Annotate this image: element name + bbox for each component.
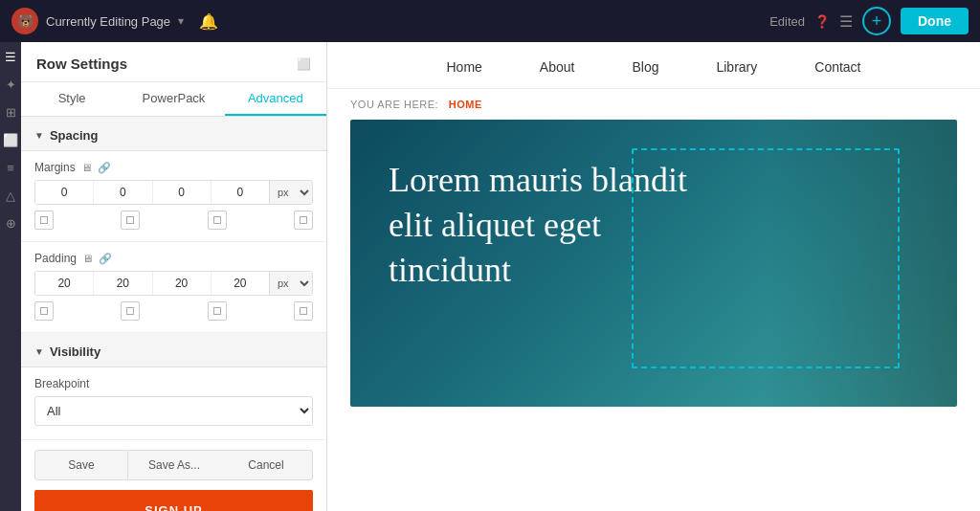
- topbar-right: Edited ❓ ☰ + Done: [769, 7, 969, 35]
- spacing-section-header: ▼ Spacing: [21, 117, 326, 151]
- sidebar-icon-triangle[interactable]: △: [6, 189, 15, 203]
- margin-right-input[interactable]: [93, 181, 151, 204]
- nav-contact[interactable]: Contact: [814, 59, 860, 75]
- edited-label: Edited: [769, 14, 805, 29]
- panel-header: Row Settings ⬜: [21, 42, 326, 82]
- padding-field-group: Padding 🖥 🔗 px % em: [21, 242, 326, 333]
- padding-top-corner[interactable]: [34, 301, 54, 321]
- margin-bottom-input[interactable]: [152, 181, 211, 204]
- sidebar-icon-square[interactable]: ⬜: [3, 133, 18, 147]
- spacing-collapse-icon[interactable]: ▼: [34, 130, 44, 141]
- logo-emoji: 🐻: [17, 13, 33, 29]
- margins-label: Margins: [34, 161, 76, 174]
- add-button[interactable]: +: [862, 7, 891, 35]
- topbar: 🐻 Currently Editing Page ▾ 🔔 Edited ❓ ☰ …: [0, 0, 980, 42]
- padding-right-input[interactable]: [93, 272, 151, 295]
- save-as-button[interactable]: Save As...: [128, 450, 220, 480]
- visibility-section-header: ▼ Visibility: [21, 333, 326, 367]
- bell-icon[interactable]: 🔔: [199, 12, 218, 31]
- topbar-title: Currently Editing Page: [46, 14, 170, 29]
- padding-left-input[interactable]: [211, 272, 269, 295]
- panel-title: Row Settings: [36, 56, 127, 72]
- margins-field-group: Margins 🖥 🔗 px % em: [21, 151, 326, 242]
- cancel-button[interactable]: Cancel: [220, 450, 313, 480]
- padding-bottom-input[interactable]: [152, 272, 211, 295]
- tab-style[interactable]: Style: [21, 82, 122, 116]
- breakpoint-label: Breakpoint: [34, 377, 313, 390]
- margin-top-corner[interactable]: [34, 211, 54, 230]
- nav-blog[interactable]: Blog: [632, 59, 658, 75]
- left-sidebar-icons: ☰ ✦ ⊞ ⬜ ≡ △ ⊕: [0, 42, 21, 511]
- margin-top-input[interactable]: [35, 181, 93, 204]
- site-navigation: Home About Blog Library Contact: [327, 42, 980, 89]
- padding-left-corner[interactable]: [294, 301, 313, 321]
- hero-section: Lorem mauris blandit elit aliquet eget t…: [350, 120, 957, 407]
- padding-label: Padding: [34, 252, 77, 265]
- breakpoint-group: Breakpoint All Desktop Tablet Mobile: [21, 367, 326, 439]
- padding-inputs: px % em: [34, 271, 313, 296]
- list-icon[interactable]: ☰: [839, 12, 853, 31]
- margins-inputs: px % em: [34, 180, 313, 205]
- minimize-icon[interactable]: ⬜: [297, 57, 311, 71]
- done-button[interactable]: Done: [901, 8, 969, 34]
- margins-unit-select[interactable]: px % em: [269, 181, 312, 204]
- breadcrumb-home-link[interactable]: HOME: [449, 99, 482, 110]
- padding-bottom-corner[interactable]: [208, 301, 227, 321]
- sidebar-icon-layers[interactable]: ≡: [7, 161, 14, 175]
- visibility-section-title: Visibility: [50, 344, 100, 359]
- breadcrumb: YOU ARE HERE: HOME: [327, 89, 980, 120]
- visibility-collapse-icon[interactable]: ▼: [34, 346, 44, 357]
- breadcrumb-prefix: YOU ARE HERE:: [350, 99, 438, 110]
- padding-label-row: Padding 🖥 🔗: [34, 252, 313, 265]
- margins-link-icon[interactable]: 🔗: [98, 162, 111, 174]
- page-content: Home About Blog Library Contact YOU ARE …: [327, 42, 980, 511]
- topbar-left: 🐻 Currently Editing Page ▾ 🔔: [11, 8, 218, 34]
- sidebar-icon-grid[interactable]: ⊞: [6, 105, 16, 120]
- nav-about[interactable]: About: [540, 59, 575, 75]
- chevron-down-icon[interactable]: ▾: [178, 14, 184, 28]
- main-area: ☰ ✦ ⊞ ⬜ ≡ △ ⊕ Row Settings ⬜ Style Power…: [0, 42, 980, 511]
- padding-corners-row: [34, 300, 313, 322]
- padding-right-corner[interactable]: [121, 301, 140, 321]
- sidebar-icon-star[interactable]: ✦: [6, 78, 16, 92]
- margin-right-corner[interactable]: [121, 211, 140, 230]
- nav-library[interactable]: Library: [716, 59, 757, 75]
- row-settings-panel: Row Settings ⬜ Style PowerPack Advanced …: [21, 42, 327, 511]
- margin-bottom-corner[interactable]: [208, 211, 227, 230]
- margins-monitor-icon[interactable]: 🖥: [81, 162, 92, 173]
- help-icon[interactable]: ❓: [814, 14, 830, 29]
- padding-top-input[interactable]: [35, 272, 93, 295]
- margins-label-row: Margins 🖥 🔗: [34, 161, 313, 174]
- padding-unit-select[interactable]: px % em: [269, 272, 312, 295]
- tab-powerpack[interactable]: PowerPack: [122, 82, 224, 116]
- element-selection-box: [632, 148, 900, 368]
- tab-advanced[interactable]: Advanced: [225, 82, 326, 116]
- sidebar-icon-menu[interactable]: ☰: [5, 50, 16, 64]
- nav-home[interactable]: Home: [446, 59, 481, 75]
- spacing-section-title: Spacing: [50, 128, 99, 143]
- save-button[interactable]: Save: [34, 450, 128, 480]
- panel-tabs: Style PowerPack Advanced: [21, 82, 326, 117]
- padding-link-icon[interactable]: 🔗: [99, 253, 112, 265]
- sidebar-icon-plus[interactable]: ⊕: [6, 216, 16, 231]
- action-buttons: Save Save As... Cancel: [21, 439, 326, 490]
- margin-left-input[interactable]: [211, 181, 269, 204]
- signup-button[interactable]: SIGN UP: [34, 490, 313, 511]
- margin-left-corner[interactable]: [294, 211, 313, 230]
- margins-corners-row: [34, 209, 313, 232]
- breakpoint-select[interactable]: All Desktop Tablet Mobile: [34, 396, 313, 426]
- padding-monitor-icon[interactable]: 🖥: [82, 253, 93, 264]
- logo: 🐻: [11, 8, 38, 34]
